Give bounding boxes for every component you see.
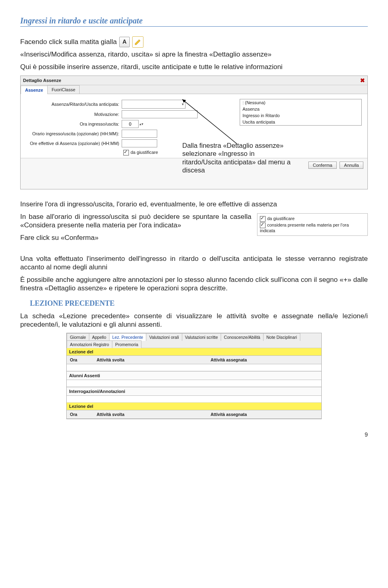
close-icon[interactable]: ✖ [360, 77, 365, 84]
section-heading: Ingressi in ritardo e uscite anticipate [20, 16, 368, 27]
tab-valutazioni-orali[interactable]: Valutazioni orali [146, 333, 182, 341]
chevron-down-icon: ▾ [182, 102, 184, 106]
text: Facendo click sulla matita gialla [20, 38, 117, 46]
tipo-dropdown[interactable]: ▾ [122, 100, 186, 109]
option-assenza[interactable]: Assenza [240, 106, 361, 112]
checkbox-label: considera presente nella materia per l'o… [260, 223, 349, 233]
label: Ora ingresso/uscita: [26, 122, 122, 126]
tab-conoscenze[interactable]: Conoscenze/Abilità [221, 333, 264, 341]
tab-assenze[interactable]: Assenze [21, 86, 48, 94]
tab-fuoriclasse[interactable]: FuoriClasse [47, 85, 80, 94]
spinner-icon[interactable]: ▴▾ [139, 122, 143, 126]
option-ingresso-ritardo[interactable]: Ingresso in Ritardo [240, 112, 361, 119]
paragraph: Inserire l'ora di ingresso/uscita, l'ora… [20, 200, 368, 208]
label: Orario ingresso/uscita (opzionale) (HH:M… [26, 131, 122, 136]
checkbox-label: da giustificare [131, 150, 158, 155]
page-number: 9 [20, 431, 368, 438]
callout-text: Dalla finestra «Dettaglio assenze» selez… [182, 141, 291, 175]
dropdown-options: : (Nessuna) Assenza Ingresso in Ritardo … [240, 99, 362, 126]
paragraph: La scheda «Lezione precedente» consente … [20, 312, 368, 329]
pencil-icon [132, 36, 143, 48]
tab-giornale[interactable]: Giornale [67, 333, 89, 341]
considera-presente-checkbox[interactable] [260, 223, 266, 228]
intro-line-2: Qui è possibile inserire assenze, ritard… [20, 63, 368, 71]
conferma-button[interactable]: Conferma [308, 162, 337, 169]
ore-effettive-input[interactable] [122, 139, 157, 147]
motivazione-input[interactable] [122, 110, 198, 118]
dialog-title: Dettaglio Assenze [23, 78, 61, 83]
orario-input[interactable] [122, 130, 157, 138]
col-ora: Ora [67, 410, 93, 418]
giustificare-checkbox[interactable] [123, 150, 129, 155]
grid-header: Ora Attività svolta Attività assegnata [67, 410, 321, 419]
alunni-assenti-row: Alunni Assenti [67, 371, 321, 380]
lezione-del-row: Lezione del [67, 348, 321, 356]
option-nessuna[interactable]: : (Nessuna) [240, 99, 361, 106]
lezione-del-row: Lezione del [67, 403, 321, 410]
col-ora: Ora [67, 356, 93, 364]
dettaglio-assenze-screenshot: Dettaglio Assenze ✖ Assenze FuoriClasse … [20, 76, 368, 189]
label: Motivazione: [26, 112, 122, 117]
col-attivita-assegnata: Attività assegnata [207, 410, 321, 418]
paragraph: È possibile anche aggiungere altre annot… [20, 275, 368, 293]
text: «Inserisci/Modifica assenza, ritardo, us… [20, 50, 272, 59]
tab-annotazioni-registro[interactable]: Annotazioni Registro [67, 340, 112, 348]
lezione-precedente-screenshot: Giornale Appello Lez. Precedente Valutaz… [66, 333, 322, 419]
label: Ore effettive di Assenza (opzionale) (HH… [26, 141, 122, 146]
col-attivita-svolta: Attività svolta [93, 410, 207, 418]
tab-note-disciplinari[interactable]: Note Disciplinari [263, 333, 300, 341]
col-attivita-assegnata: Attività assegnata [207, 356, 321, 364]
label: Assenza/Ritardo/Uscita anticipata: [26, 102, 122, 107]
checkbox-label: da giustificare [267, 216, 295, 221]
tab-valutazioni-scritte[interactable]: Valutazioni scritte [182, 333, 221, 341]
giustificare-checkbox[interactable] [260, 216, 266, 222]
tab-lez-precedente[interactable]: Lez. Precedente [109, 333, 146, 341]
ora-input[interactable] [122, 120, 139, 128]
considera-presente-snippet: da giustificare considera presente nella… [257, 213, 368, 236]
col-attivita-svolta: Attività svolta [93, 356, 207, 364]
letter-a-icon: A [119, 37, 130, 47]
option-uscita-anticipata[interactable]: Uscita anticipata [240, 119, 361, 125]
tab-promemoria[interactable]: Promemoria [112, 340, 141, 348]
paragraph: Una volta effettuato l'inserimento dell'… [20, 254, 368, 272]
annulla-button[interactable]: Annulla [340, 162, 363, 169]
interrogazioni-row: Interrogazioni/Annotazioni [67, 387, 321, 396]
subsection-heading: LEZIONE PRECEDENTE [30, 299, 368, 308]
intro-line-1: Facendo click sulla matita gialla A «Ins… [20, 36, 368, 59]
tab-appello[interactable]: Appello [89, 333, 110, 341]
grid-header: Ora Attività svolta Attività assegnata [67, 356, 321, 364]
